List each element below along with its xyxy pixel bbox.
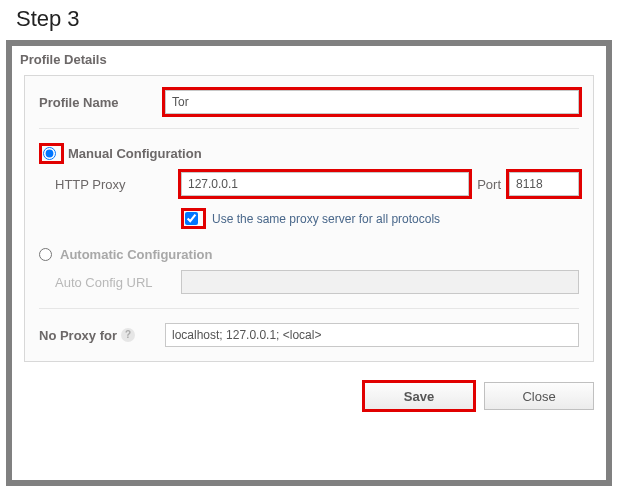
- profile-name-row: Profile Name: [39, 90, 579, 114]
- http-proxy-input[interactable]: [181, 172, 469, 196]
- profile-name-input[interactable]: [165, 90, 579, 114]
- auto-config-head: Automatic Configuration: [39, 247, 579, 262]
- no-proxy-label-wrap: No Proxy for ?: [39, 328, 165, 343]
- separator: [39, 308, 579, 309]
- close-button[interactable]: Close: [484, 382, 594, 410]
- panel-title: Profile Details: [12, 46, 606, 69]
- same-proxy-checkbox[interactable]: [185, 212, 198, 225]
- profile-name-label: Profile Name: [39, 95, 165, 110]
- manual-config-title: Manual Configuration: [68, 146, 202, 161]
- port-label: Port: [477, 177, 501, 192]
- same-proxy-row: Use the same proxy server for all protoc…: [181, 208, 579, 229]
- auto-config-title: Automatic Configuration: [60, 247, 212, 262]
- no-proxy-label: No Proxy for: [39, 328, 117, 343]
- separator: [39, 128, 579, 129]
- save-button[interactable]: Save: [364, 382, 474, 410]
- manual-radio-highlight: [39, 143, 64, 164]
- auto-url-row: Auto Config URL: [39, 270, 579, 294]
- manual-config-head: Manual Configuration: [39, 143, 579, 164]
- dialog-footer: Save Close: [24, 372, 594, 410]
- profile-details-dialog: Profile Details Profile Name Manual Conf…: [6, 40, 612, 486]
- same-proxy-label: Use the same proxy server for all protoc…: [212, 212, 440, 226]
- step-title: Step 3: [16, 6, 80, 32]
- http-proxy-row: HTTP Proxy Port: [39, 172, 579, 196]
- http-proxy-label: HTTP Proxy: [39, 177, 181, 192]
- no-proxy-row: No Proxy for ?: [39, 323, 579, 347]
- profile-form: Profile Name Manual Configuration HTTP P…: [24, 75, 594, 362]
- no-proxy-input[interactable]: [165, 323, 579, 347]
- auto-url-input: [181, 270, 579, 294]
- same-proxy-highlight: [181, 208, 206, 229]
- auto-config-radio[interactable]: [39, 248, 52, 261]
- manual-config-radio[interactable]: [43, 147, 56, 160]
- help-icon[interactable]: ?: [121, 328, 135, 342]
- port-input[interactable]: [509, 172, 579, 196]
- auto-url-label: Auto Config URL: [39, 275, 181, 290]
